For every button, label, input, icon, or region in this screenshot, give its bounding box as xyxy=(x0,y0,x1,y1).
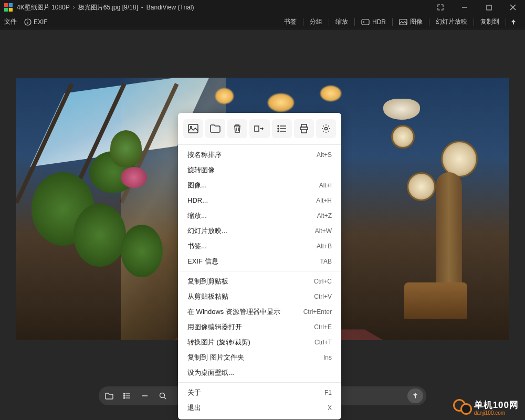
svg-point-17 xyxy=(278,128,279,129)
copyto-button[interactable]: 复制到 xyxy=(474,17,506,27)
zoom-fit-button[interactable] xyxy=(154,388,171,403)
menu-item-shortcut: X xyxy=(328,404,332,412)
menu-item-label: 复制到 图片文件夹 xyxy=(187,353,244,362)
menu-item-label: 书签... xyxy=(187,242,207,251)
svg-point-16 xyxy=(278,125,279,127)
menu-item-label: 关于 xyxy=(187,388,201,397)
menu-item-shortcut: Alt+H xyxy=(316,197,332,204)
svg-line-30 xyxy=(164,397,166,399)
menu-item-shortcut: Ctrl+T xyxy=(314,339,332,346)
pin-toolbar-button[interactable] xyxy=(506,17,521,27)
title-bar: 4K壁纸图片 1080P › 极光图片65.jpg [9/18] - Bandi… xyxy=(0,0,525,15)
svg-rect-10 xyxy=(188,124,198,133)
menu-item-label: EXIF 信息 xyxy=(187,257,218,266)
context-menu-item[interactable]: EXIF 信息TAB xyxy=(178,254,341,269)
fullscreen-button[interactable] xyxy=(428,0,453,15)
context-menu-item[interactable]: HDR...Alt+H xyxy=(178,193,341,208)
context-menu: 按名称排序Alt+S旋转图像图像...Alt+IHDR...Alt+H缩放...… xyxy=(178,113,341,419)
svg-rect-9 xyxy=(400,19,407,25)
group-button[interactable]: 分组 xyxy=(303,17,329,27)
menu-item-shortcut: Alt+S xyxy=(317,151,332,159)
svg-rect-1 xyxy=(487,5,491,10)
watermark-title: 单机100网 xyxy=(474,401,519,410)
svg-point-18 xyxy=(278,131,279,132)
menu-item-label: 图像... xyxy=(187,181,207,190)
hdr-button[interactable]: HDR xyxy=(355,17,392,27)
context-menu-item[interactable]: 设为桌面壁纸... xyxy=(178,365,341,380)
context-menu-item[interactable]: 在 Windows 资源管理器中显示Ctrl+Enter xyxy=(178,304,341,319)
svg-rect-20 xyxy=(301,130,307,133)
context-menu-item[interactable]: 关于F1 xyxy=(178,385,341,400)
menu-item-shortcut: Ctrl+E xyxy=(314,323,332,331)
maximize-button[interactable] xyxy=(477,0,501,15)
svg-point-26 xyxy=(124,395,125,396)
context-menu-item[interactable]: 从剪贴板粘贴Ctrl+V xyxy=(178,289,341,304)
context-menu-item[interactable]: 缩放...Alt+Z xyxy=(178,208,341,223)
context-menu-item[interactable]: 书签...Alt+B xyxy=(178,238,341,254)
svg-point-27 xyxy=(124,397,125,398)
menu-item-shortcut: TAB xyxy=(320,258,332,265)
context-menu-item[interactable]: 用图像编辑器打开Ctrl+E xyxy=(178,319,341,334)
svg-point-29 xyxy=(160,393,165,398)
convert-icon[interactable] xyxy=(249,119,269,138)
menu-item-shortcut: Ctrl+V xyxy=(314,293,332,300)
bookmark-button[interactable]: 书签 xyxy=(278,17,303,27)
zoom-button[interactable]: 缩放 xyxy=(329,17,354,27)
menu-item-shortcut: Ctrl+Enter xyxy=(303,308,332,316)
image-button[interactable]: 图像 xyxy=(393,17,429,27)
context-menu-item[interactable]: 复制到 图片文件夹Ins xyxy=(178,350,341,365)
context-menu-item[interactable]: 复制到剪贴板Ctrl+C xyxy=(178,274,341,289)
minimize-button[interactable] xyxy=(453,0,477,15)
print-icon[interactable] xyxy=(294,119,314,138)
chevron-right-icon: › xyxy=(73,4,75,11)
delete-icon[interactable] xyxy=(227,119,247,138)
folder-icon[interactable] xyxy=(205,119,225,138)
svg-rect-7 xyxy=(362,19,369,25)
svg-point-21 xyxy=(324,128,327,130)
menu-item-label: 复制到剪贴板 xyxy=(187,277,228,286)
svg-rect-12 xyxy=(255,126,259,131)
context-menu-item[interactable]: 退出X xyxy=(178,400,341,415)
file-menu[interactable]: 文件 xyxy=(4,17,17,26)
window-title: 4K壁纸图片 1080P › 极光图片65.jpg [9/18] - Bandi… xyxy=(17,3,428,12)
menu-item-shortcut: Alt+I xyxy=(319,182,332,189)
menu-item-shortcut: F1 xyxy=(324,389,332,396)
zoom-out-button[interactable] xyxy=(136,388,153,403)
svg-point-25 xyxy=(124,393,125,394)
menu-item-label: 缩放... xyxy=(187,211,207,220)
menu-item-shortcut: Alt+Z xyxy=(317,212,332,219)
context-menu-item[interactable]: 旋转图像 xyxy=(178,162,341,177)
pin-search-button[interactable] xyxy=(407,388,423,403)
context-menu-item[interactable]: 幻灯片放映...Alt+W xyxy=(178,223,341,238)
menu-item-label: 从剪贴板粘贴 xyxy=(187,292,228,301)
toolbar: 文件 EXIF 书签 分组 缩放 HDR 图像 幻灯片放映 复制到 xyxy=(0,15,525,29)
menu-item-label: 幻灯片放映... xyxy=(187,226,227,236)
app-logo-icon xyxy=(4,3,13,12)
watermark-url: danji100.com xyxy=(474,411,519,416)
open-folder-button[interactable] xyxy=(101,388,118,403)
slideshow-button[interactable]: 幻灯片放映 xyxy=(429,17,474,27)
menu-item-label: 按名称排序 xyxy=(187,150,222,160)
context-menu-item[interactable]: 转换图片 (旋转/裁剪)Ctrl+T xyxy=(178,334,341,350)
context-menu-item[interactable]: 图像...Alt+I xyxy=(178,177,341,193)
menu-item-label: 退出 xyxy=(187,403,201,413)
menu-item-shortcut: Ctrl+C xyxy=(314,278,332,285)
menu-item-shortcut: Ins xyxy=(323,354,332,361)
exif-menu[interactable]: EXIF xyxy=(24,18,48,26)
watermark: 单机100网 danji100.com xyxy=(453,399,519,417)
menu-item-label: 用图像编辑器打开 xyxy=(187,322,242,332)
menu-item-label: 在 Windows 资源管理器中显示 xyxy=(187,307,280,317)
menu-item-shortcut: Alt+B xyxy=(317,243,332,250)
watermark-logo-icon xyxy=(453,399,471,417)
list-view-button[interactable] xyxy=(119,388,135,403)
context-menu-item[interactable]: 按名称排序Alt+S xyxy=(178,147,341,162)
menu-item-label: 旋转图像 xyxy=(187,165,215,175)
settings-icon[interactable] xyxy=(316,119,336,138)
close-button[interactable] xyxy=(501,0,525,15)
menu-item-label: 转换图片 (旋转/裁剪) xyxy=(187,338,250,347)
list-icon[interactable] xyxy=(272,119,292,138)
menu-item-label: 设为桌面壁纸... xyxy=(187,368,234,377)
menu-item-label: HDR... xyxy=(187,196,208,204)
menu-item-shortcut: Alt+W xyxy=(315,227,332,235)
image-icon[interactable] xyxy=(183,119,203,138)
